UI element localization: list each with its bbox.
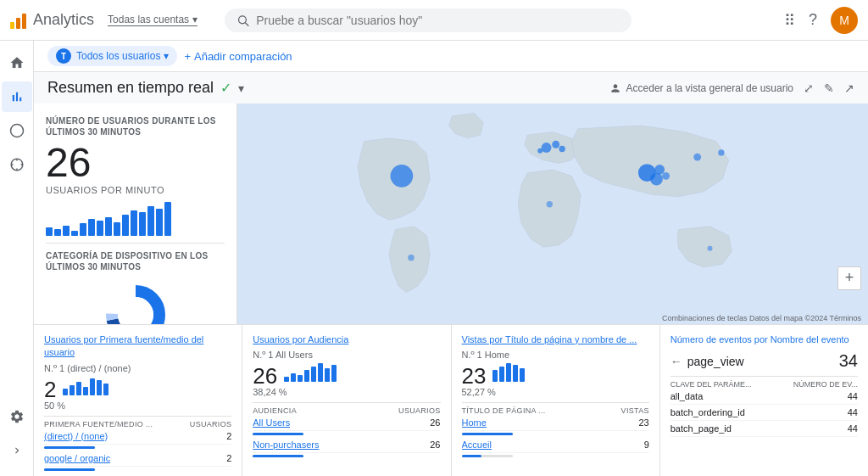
event-count: 34 <box>839 351 858 371</box>
search-bar[interactable] <box>225 8 632 32</box>
card-source-title[interactable]: Usuarios por Primera fuente/medio del us… <box>44 333 231 360</box>
avatar[interactable]: M <box>831 7 858 34</box>
segment-tag[interactable]: T Todos los usuarios ▾ <box>47 46 177 66</box>
svg-point-8 <box>542 143 552 153</box>
device-label: CATEGORÍA DE DISPOSITIVO EN LOS ÚLTIMOS … <box>46 250 225 272</box>
realtime-title: Resumen en tiempo real <box>47 79 214 97</box>
source-mini-chart <box>63 375 108 395</box>
sidebar-item-settings[interactable] <box>2 401 32 432</box>
users-label: NÚMERO DE USUARIOS DURANTE LOS ÚLTIMOS 3… <box>46 115 225 137</box>
card-audience-value: 26 <box>253 365 277 387</box>
account-selector[interactable]: Todas las cuentas ▾ <box>108 14 198 26</box>
card-audience-rank: N.º 1 All Users <box>253 350 440 360</box>
realtime-actions: Acceder a la vista general de usuario ⤢ … <box>609 81 854 95</box>
map-stats-area: NÚMERO DE USUARIOS DURANTE LOS ÚLTIMOS 3… <box>34 104 868 324</box>
view-general-btn[interactable]: Acceder a la vista general de usuario <box>609 82 793 94</box>
main-content: T Todos los usuarios ▾ + Añadir comparac… <box>34 41 868 476</box>
stats-panel: NÚMERO DE USUARIOS DURANTE LOS ÚLTIMOS 3… <box>34 104 237 324</box>
card-pages-title[interactable]: Vistas por Título de página y nombre de … <box>462 333 649 346</box>
pages-table-header: TÍTULO DE PÁGINA ... VISTAS <box>462 402 649 415</box>
svg-point-16 <box>693 154 701 161</box>
live-indicator: ✓ <box>220 80 231 96</box>
audience-table-header: AUDIENCIA USUARIOS <box>253 402 440 415</box>
share-icon[interactable]: ↗ <box>844 81 854 95</box>
users-count: 26 <box>46 143 225 183</box>
map-footer: Combinaciones de teclas Datos del mapa ©… <box>662 314 861 322</box>
events-table-header: CLAVE DEL PARÁME... NÚMERO DE EV... <box>670 376 858 389</box>
card-source-rank: N.º 1 (direct) / (none) <box>44 363 231 373</box>
logo-area: Analytics <box>10 11 94 29</box>
sidebar-expand[interactable] <box>2 435 32 466</box>
analytics-logo <box>10 12 26 29</box>
sidebar <box>0 41 34 476</box>
sub-header: T Todos los usuarios ▾ + Añadir comparac… <box>34 41 868 72</box>
map-zoom-in[interactable]: + <box>837 266 861 290</box>
card-events-title[interactable]: Número de eventos por Nombre del evento <box>670 333 858 346</box>
device-donut <box>46 281 225 324</box>
svg-point-19 <box>708 246 713 251</box>
svg-point-7 <box>391 165 414 188</box>
realtime-header: Resumen en tiempo real ✓ ▾ Acceder a la … <box>34 72 868 104</box>
card-audience: Usuarios por Audiencia N.º 1 All Users 2… <box>242 325 451 476</box>
main-layout: T Todos los usuarios ▾ + Añadir comparac… <box>0 41 868 476</box>
users-per-min: USUARIOS POR MINUTO <box>46 185 225 195</box>
edit-icon[interactable]: ✎ <box>824 81 834 95</box>
table-row: (direct) / (none) 2 <box>44 428 231 445</box>
sidebar-item-home[interactable] <box>2 48 32 78</box>
app-title: Analytics <box>33 11 94 29</box>
card-audience-title[interactable]: Usuarios por Audiencia <box>253 333 440 346</box>
table-row: Accueil 9 <box>462 437 649 453</box>
sidebar-item-reports[interactable] <box>2 81 32 112</box>
svg-point-20 <box>718 149 724 155</box>
expand-icon[interactable]: ⤢ <box>804 81 814 95</box>
card-pages-rank: N.º 1 Home <box>462 350 649 360</box>
pages-mini-chart <box>492 361 525 382</box>
table-row: Non-purchasers 26 <box>253 437 440 453</box>
card-events: Número de eventos por Nombre del evento … <box>660 325 868 476</box>
event-row: batch_ordering_id 44 <box>670 405 858 421</box>
add-comparison-btn[interactable]: + Añadir comparación <box>184 50 292 63</box>
svg-point-9 <box>552 141 559 148</box>
map-controls: + <box>837 266 861 290</box>
event-row: batch_page_id 44 <box>670 421 858 437</box>
card-pages: Vistas por Título de página y nombre de … <box>452 325 660 476</box>
svg-point-17 <box>547 201 553 207</box>
svg-point-2 <box>10 125 23 137</box>
header-icons: ⠿ ? M <box>784 7 858 34</box>
audience-mini-chart <box>284 361 337 382</box>
dashboard: Resumen en tiempo real ✓ ▾ Acceder a la … <box>34 72 868 476</box>
event-name: page_view <box>687 355 744 368</box>
user-icon <box>609 82 621 94</box>
source-table-header: PRIMERA FUENTE/MEDIO ... USUARIOS <box>44 416 231 428</box>
sidebar-item-advertising[interactable] <box>2 149 32 180</box>
svg-point-10 <box>559 146 565 152</box>
table-row: google / organic 2 <box>44 451 231 467</box>
table-row: All Users 26 <box>253 415 440 431</box>
search-input[interactable] <box>256 14 620 27</box>
card-source: Usuarios por Primera fuente/medio del us… <box>34 325 242 476</box>
svg-line-1 <box>246 22 248 25</box>
apps-icon[interactable]: ⠿ <box>784 11 795 30</box>
svg-point-11 <box>537 148 542 154</box>
users-bar-chart <box>46 202 225 236</box>
sidebar-item-explore[interactable] <box>2 115 32 146</box>
svg-point-15 <box>662 172 670 180</box>
search-icon <box>236 14 249 27</box>
table-row: Home 23 <box>462 415 649 431</box>
tag-icon: T <box>56 48 71 64</box>
bottom-cards: Usuarios por Primera fuente/medio del us… <box>34 324 868 476</box>
svg-point-18 <box>408 255 414 260</box>
world-map: + Combinaciones de teclas Datos del mapa… <box>237 104 868 324</box>
back-arrow-icon[interactable]: ← <box>670 355 682 368</box>
event-row: all_data 44 <box>670 389 858 405</box>
card-source-value: 2 <box>44 378 56 400</box>
app-header: Analytics Todas las cuentas ▾ ⠿ ? M <box>0 0 868 41</box>
help-icon[interactable]: ? <box>809 11 817 29</box>
svg-point-14 <box>650 173 663 186</box>
event-name-row: ← page_view 34 <box>670 351 858 371</box>
card-pages-value: 23 <box>462 365 487 387</box>
